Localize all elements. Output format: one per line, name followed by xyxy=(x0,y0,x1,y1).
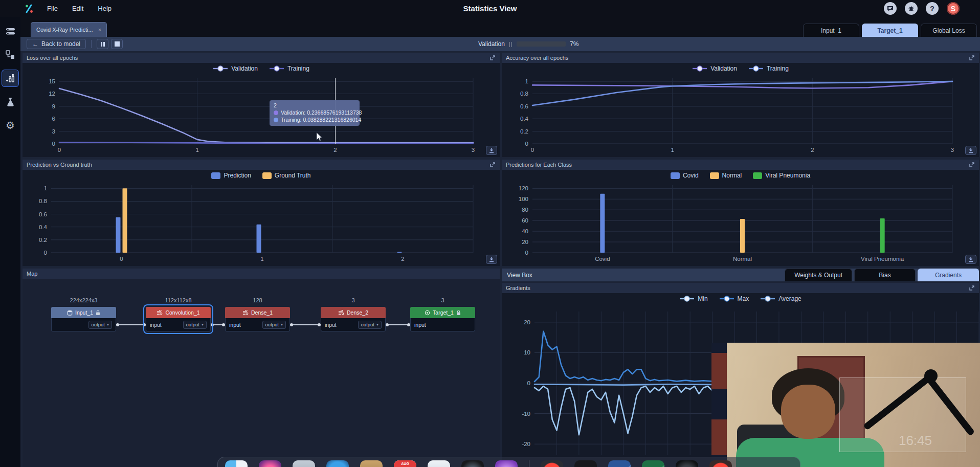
dock-icon-calendar[interactable]: AUG xyxy=(394,460,416,467)
dock-icon-terminal-black[interactable] xyxy=(574,460,597,467)
viewbox-tab-bias[interactable]: Bias xyxy=(854,269,916,281)
svg-text:0.2: 0.2 xyxy=(520,128,528,135)
svg-text:15: 15 xyxy=(49,78,55,84)
legend-item-training[interactable]: Training xyxy=(748,65,789,72)
toolbar: ← Back to model Validation || 7% xyxy=(20,37,980,51)
legend-item-viral-pneumonia[interactable]: Viral Pneumonia xyxy=(753,172,810,179)
svg-text:Viral Pneumonia: Viral Pneumonia xyxy=(861,256,904,262)
legend-item-min[interactable]: Min xyxy=(679,295,707,302)
chart-legend: MinMaxAverage xyxy=(502,295,979,302)
expand-icon[interactable] xyxy=(489,162,496,168)
svg-text:0: 0 xyxy=(527,380,530,386)
dock-icon-record-red[interactable] xyxy=(541,460,563,467)
legend-item-training[interactable]: Training xyxy=(269,65,309,72)
node-title: Dense_2 xyxy=(347,309,368,316)
bug-report-icon[interactable] xyxy=(905,2,918,15)
expand-icon[interactable] xyxy=(969,55,975,61)
map-node-dense_1[interactable]: Dense_1inputoutput▾ xyxy=(225,307,290,331)
dock-icon-appstore[interactable] xyxy=(428,460,450,467)
chart-legend: PredictionGround Truth xyxy=(23,172,500,179)
node-shape-label: 224x224x3 xyxy=(51,297,116,303)
training-dot-icon xyxy=(274,118,278,122)
sidebar-item-modeling[interactable] xyxy=(2,47,18,63)
layers-list-icon xyxy=(6,27,15,36)
legend-item-validation[interactable]: Validation xyxy=(213,65,258,72)
svg-text:2: 2 xyxy=(811,147,814,153)
legend-item-validation[interactable]: Validation xyxy=(692,65,737,72)
back-to-model-button[interactable]: ← Back to model xyxy=(27,39,86,49)
legend-item-normal[interactable]: Normal xyxy=(710,172,742,179)
chart-legend: ValidationTraining xyxy=(502,65,979,72)
lock-icon xyxy=(456,310,461,316)
expand-icon[interactable] xyxy=(969,162,975,168)
dock-icon-globe-blue[interactable] xyxy=(326,460,349,467)
sidebar-item-model-hub[interactable] xyxy=(2,23,18,39)
dock-icon-launchpad[interactable] xyxy=(293,460,315,467)
dock-icon-record-red-2[interactable] xyxy=(709,460,732,467)
sidebar-item-testing[interactable] xyxy=(2,94,18,110)
expand-icon[interactable] xyxy=(969,285,975,291)
training-progress: Validation || 7% xyxy=(478,40,578,48)
download-button[interactable] xyxy=(486,146,497,155)
legend-item-ground-truth[interactable]: Ground Truth xyxy=(262,172,311,179)
dock-icon-circle-dark[interactable] xyxy=(676,460,698,467)
legend-item-covid[interactable]: Covid xyxy=(671,172,699,179)
close-icon[interactable]: × xyxy=(98,27,101,33)
map-node-target_1[interactable]: Target_1input xyxy=(410,307,475,331)
map-node-convolution_1[interactable]: Convolution_1inputoutput▾ xyxy=(146,307,211,331)
download-button[interactable] xyxy=(486,255,497,264)
dock-icon-photobooth[interactable] xyxy=(461,460,484,467)
tab-input_1[interactable]: Input_1 xyxy=(803,24,859,37)
project-tab-label: Covid X-Ray Predicti... xyxy=(36,27,93,33)
menu-help[interactable]: Help xyxy=(98,5,112,12)
help-icon[interactable]: ? xyxy=(926,2,939,15)
sidebar-item-settings[interactable]: ⚙ xyxy=(2,117,18,134)
pause-button[interactable] xyxy=(97,39,108,49)
stop-button[interactable] xyxy=(111,39,123,49)
dock-icon-music-purple[interactable] xyxy=(259,460,281,467)
svg-text:100: 100 xyxy=(519,196,528,202)
legend-item-prediction[interactable]: Prediction xyxy=(211,172,251,179)
legend-item-average[interactable]: Average xyxy=(760,295,801,302)
dock-icon-notes-tan[interactable] xyxy=(360,460,383,467)
model-map-canvas[interactable]: 224x224x3Input_1output▾112x112x8Convolut… xyxy=(23,279,500,467)
feedback-icon[interactable] xyxy=(884,2,897,15)
output-dropdown[interactable]: output▾ xyxy=(88,321,112,329)
avatar[interactable]: S xyxy=(947,2,960,15)
viewbox-tab-gradients[interactable]: Gradients xyxy=(918,269,979,281)
download-button[interactable] xyxy=(965,255,976,264)
dock-icon-excel-green[interactable] xyxy=(642,460,664,467)
panel-title: Prediction vs Ground truth xyxy=(27,162,92,168)
expand-icon[interactable] xyxy=(489,55,496,61)
svg-text:0.8: 0.8 xyxy=(39,198,47,204)
svg-text:0: 0 xyxy=(44,250,47,256)
topbar-actions: ? S xyxy=(884,2,960,15)
output-dropdown[interactable]: output▾ xyxy=(358,321,382,329)
layer-icon xyxy=(338,310,344,316)
dock-icon-podcasts[interactable] xyxy=(495,460,518,467)
map-node-input_1[interactable]: Input_1output▾ xyxy=(51,307,116,331)
svg-text:120: 120 xyxy=(519,185,528,191)
menu-edit[interactable]: Edit xyxy=(72,5,83,12)
viewbox-tab-weights-output[interactable]: Weights & Output xyxy=(785,269,852,281)
download-button[interactable] xyxy=(965,146,976,155)
map-node-dense_2[interactable]: Dense_2inputoutput▾ xyxy=(321,307,386,331)
input-port-label: input xyxy=(325,322,337,328)
calendar-month-label: AUG xyxy=(394,460,416,467)
chart-legend: CovidNormalViral Pneumonia xyxy=(502,172,979,179)
menu-file[interactable]: File xyxy=(47,5,58,12)
output-dropdown[interactable]: output▾ xyxy=(262,321,286,329)
tab-target_1[interactable]: Target_1 xyxy=(862,24,918,37)
project-tab[interactable]: Covid X-Ray Predicti... × xyxy=(31,22,107,37)
prediction-vs-ground-truth-panel: Prediction vs Ground truth PredictionGro… xyxy=(23,160,500,266)
dock-icon-word-blue[interactable] xyxy=(608,460,631,467)
app-window: File Edit Help Statistics View ? S xyxy=(0,0,980,467)
svg-text:0: 0 xyxy=(58,147,61,153)
person-face xyxy=(781,385,835,439)
tab-global-loss[interactable]: Global Loss xyxy=(921,24,977,37)
sidebar-item-statistics[interactable] xyxy=(2,70,18,86)
dock-icon-finder[interactable] xyxy=(225,460,248,467)
output-dropdown[interactable]: output▾ xyxy=(183,321,207,329)
svg-text:0: 0 xyxy=(525,250,528,256)
legend-item-max[interactable]: Max xyxy=(719,295,749,302)
